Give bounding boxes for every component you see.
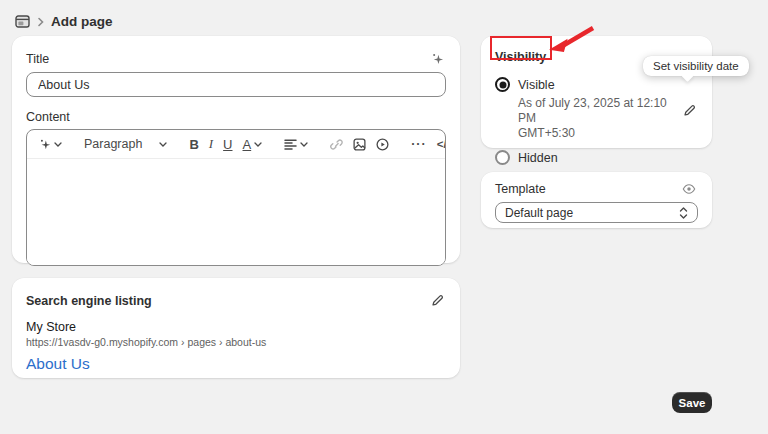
seo-url: https://1vasdv-g0.myshopify.com › pages … (26, 336, 446, 348)
main-column: Title Content (12, 36, 460, 378)
save-button[interactable]: Save (672, 392, 712, 413)
content-textarea[interactable] (27, 159, 445, 265)
title-input[interactable] (26, 72, 446, 97)
seo-page-link[interactable]: About Us (26, 355, 446, 373)
breadcrumb: Add page (0, 0, 768, 33)
preview-eye-icon[interactable] (680, 181, 698, 197)
rich-text-editor: Paragraph B I U A (26, 129, 446, 266)
visibility-schedule-text: As of July 23, 2025 at 12:10 PM GMT+5:30 (518, 96, 671, 141)
hidden-radio-option[interactable]: Hidden (495, 150, 698, 165)
alignment-dropdown[interactable] (280, 136, 312, 153)
italic-button[interactable]: I (205, 133, 217, 155)
template-select[interactable]: Default page (495, 202, 698, 223)
chevron-down-icon (159, 142, 167, 147)
add-page-screen: Add page Title Content (0, 0, 768, 434)
seo-heading: Search engine listing (26, 294, 152, 308)
chevron-down-icon (254, 142, 262, 147)
edit-seo-pencil-icon[interactable] (429, 292, 446, 309)
editor-toolbar: Paragraph B I U A (27, 130, 445, 159)
page-title: Add page (51, 14, 113, 29)
insert-image-icon[interactable] (349, 135, 370, 154)
visible-radio-option[interactable]: Visible (495, 77, 698, 92)
pages-icon[interactable] (15, 15, 30, 28)
set-visibility-date-tooltip: Set visibility date (643, 56, 749, 76)
chevron-right-icon (37, 17, 44, 27)
search-engine-listing-card: Search engine listing My Store https://1… (12, 278, 460, 378)
chevron-down-icon (54, 142, 62, 147)
template-card: Template Default page (481, 172, 712, 228)
show-html-button[interactable]: </> (433, 135, 446, 153)
visibility-card: Visibility Set visibility date Visible A… (481, 36, 712, 148)
bold-button[interactable]: B (185, 134, 202, 155)
chevron-down-icon (300, 142, 308, 147)
title-label: Title (26, 52, 49, 66)
visibility-heading: Visibility (495, 50, 546, 64)
radio-selected-icon[interactable] (495, 77, 510, 92)
insert-link-icon (326, 135, 347, 154)
magic-sparkle-icon[interactable] (429, 50, 446, 67)
more-options-button[interactable]: ··· (407, 134, 431, 154)
magic-sparkle-dropdown[interactable] (35, 135, 66, 153)
paragraph-style-dropdown[interactable]: Paragraph (80, 134, 171, 154)
edit-visibility-date-pencil-icon[interactable] (681, 102, 698, 119)
align-left-icon (284, 139, 297, 150)
content-label: Content (26, 110, 70, 124)
underline-button[interactable]: U (219, 134, 236, 155)
radio-unselected-icon[interactable] (495, 150, 510, 165)
seo-store-name: My Store (26, 320, 446, 334)
insert-video-icon[interactable] (372, 135, 393, 154)
page-details-card: Title Content (12, 36, 460, 263)
select-updown-icon (679, 207, 688, 219)
text-color-dropdown[interactable]: A (239, 134, 267, 155)
settings-column: Visibility Set visibility date Visible A… (481, 36, 712, 228)
template-label: Template (495, 182, 546, 196)
